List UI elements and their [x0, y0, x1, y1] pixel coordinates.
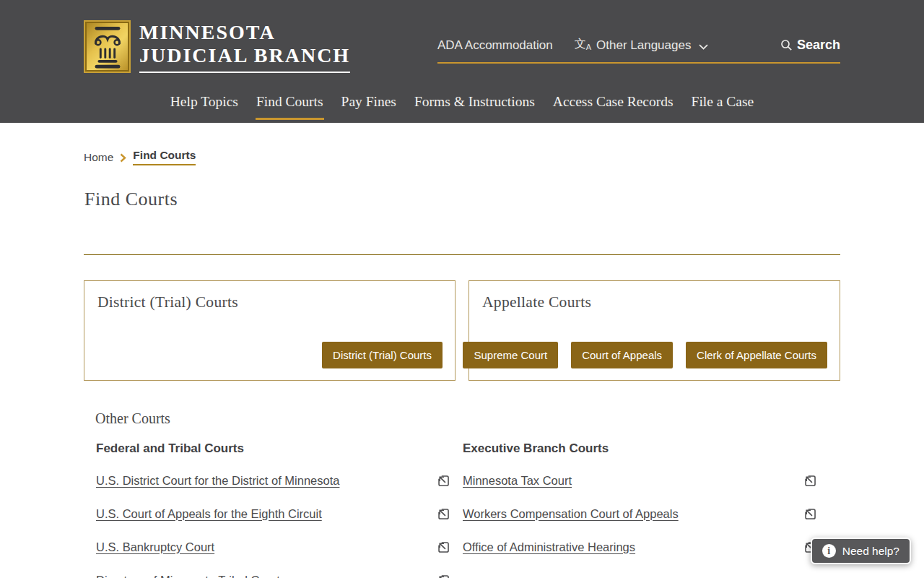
clerk-of-appellate-courts-button[interactable]: Clerk of Appellate Courts	[686, 342, 827, 368]
need-help-label: Need help?	[842, 545, 899, 558]
site-logo[interactable]: MINNESOTA JUDICIAL BRANCH	[84, 20, 350, 73]
search-button[interactable]: Search	[780, 38, 840, 53]
card-title: District (Trial) Courts	[97, 293, 238, 311]
site-header: MINNESOTA JUDICIAL BRANCH ADA Accommodat…	[0, 0, 924, 123]
info-icon: i	[822, 544, 836, 558]
wordmark-line1: MINNESOTA	[139, 21, 350, 44]
district-trial-courts-button[interactable]: District (Trial) Courts	[322, 342, 443, 368]
breadcrumb: Home Find Courts	[84, 149, 196, 165]
card-buttons: Supreme Court Court of Appeals Clerk of …	[463, 342, 827, 368]
administrative-hearings-link[interactable]: Office of Administrative Hearings	[463, 540, 635, 554]
wordmark-line2: JUDICIAL BRANCH	[139, 44, 350, 67]
search-icon	[780, 39, 793, 51]
search-label: Search	[797, 38, 840, 53]
us-district-court-link[interactable]: U.S. District Court for the District of …	[96, 474, 339, 488]
external-link-icon[interactable]	[437, 474, 450, 488]
district-courts-card: District (Trial) Courts District (Trial)…	[84, 280, 456, 381]
main-nav: Help Topics Find Courts Pay Fines Forms …	[0, 92, 924, 111]
appellate-courts-card: Appellate Courts Supreme Court Court of …	[468, 280, 840, 381]
nav-file-a-case[interactable]: File a Case	[691, 92, 755, 111]
court-cards: District (Trial) Courts District (Trial)…	[84, 280, 840, 381]
executive-branch-column: Executive Branch Courts Minnesota Tax Co…	[463, 441, 817, 578]
nav-forms-instructions[interactable]: Forms & Instructions	[414, 92, 536, 111]
column-heading: Federal and Tribal Courts	[96, 441, 450, 456]
tribal-courts-directory-link[interactable]: Directory of Minnesota Tribal Courts	[96, 574, 286, 578]
breadcrumb-chevron-icon	[120, 153, 126, 163]
other-languages-menu[interactable]: 文A Other Languages	[575, 38, 709, 53]
need-help-button[interactable]: i Need help?	[811, 538, 911, 564]
page-title: Find Courts	[84, 189, 178, 210]
external-link-icon[interactable]	[437, 507, 450, 521]
list-item: Directory of Minnesota Tribal Courts	[96, 564, 450, 578]
list-item: Office of Administrative Hearings	[463, 530, 817, 564]
nav-pay-fines[interactable]: Pay Fines	[341, 92, 397, 111]
list-item: U.S. Court of Appeals for the Eighth Cir…	[96, 497, 450, 530]
external-link-icon[interactable]	[803, 474, 817, 488]
other-languages-label: Other Languages	[596, 38, 691, 53]
list-item: Minnesota Tax Court	[463, 464, 817, 497]
title-divider	[84, 254, 840, 255]
page: MINNESOTA JUDICIAL BRANCH ADA Accommodat…	[0, 0, 924, 578]
nav-find-courts[interactable]: Find Courts	[256, 92, 324, 111]
court-of-appeals-button[interactable]: Court of Appeals	[571, 342, 673, 368]
external-link-icon[interactable]	[437, 574, 450, 578]
external-link-icon[interactable]	[437, 540, 450, 554]
list-item: U.S. District Court for the District of …	[96, 464, 450, 497]
nav-access-case-records[interactable]: Access Case Records	[552, 92, 674, 111]
workers-compensation-link[interactable]: Workers Compensation Court of Appeals	[463, 507, 679, 521]
list-item: U.S. Bankruptcy Court	[96, 530, 450, 564]
translate-icon: 文A	[575, 38, 591, 53]
nav-help-topics[interactable]: Help Topics	[170, 92, 239, 111]
card-title: Appellate Courts	[482, 293, 591, 311]
utility-nav: ADA Accommodation 文A Other Languages Sea…	[437, 0, 840, 64]
other-courts-title: Other Courts	[95, 410, 170, 427]
us-court-of-appeals-link[interactable]: U.S. Court of Appeals for the Eighth Cir…	[96, 507, 322, 521]
external-link-icon[interactable]	[803, 507, 817, 521]
breadcrumb-current[interactable]: Find Courts	[133, 149, 196, 165]
list-item: Workers Compensation Court of Appeals	[463, 497, 817, 530]
chevron-down-icon	[699, 44, 708, 50]
column-icon	[84, 20, 131, 73]
card-buttons: District (Trial) Courts	[322, 342, 443, 368]
column-heading: Executive Branch Courts	[463, 441, 817, 456]
ada-accommodation-link[interactable]: ADA Accommodation	[437, 38, 553, 53]
breadcrumb-home-link[interactable]: Home	[84, 151, 113, 164]
other-courts-columns: Federal and Tribal Courts U.S. District …	[96, 441, 818, 578]
minnesota-tax-court-link[interactable]: Minnesota Tax Court	[463, 474, 572, 488]
federal-tribal-column: Federal and Tribal Courts U.S. District …	[96, 441, 450, 578]
us-bankruptcy-court-link[interactable]: U.S. Bankruptcy Court	[96, 540, 214, 554]
site-wordmark: MINNESOTA JUDICIAL BRANCH	[139, 20, 350, 73]
supreme-court-button[interactable]: Supreme Court	[463, 342, 558, 368]
